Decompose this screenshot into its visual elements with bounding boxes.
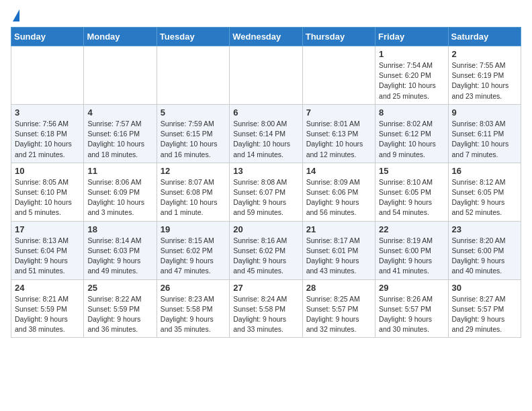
calendar-cell: 29Sunrise: 8:26 AMSunset: 5:57 PMDayligh… <box>375 279 448 338</box>
day-info: Sunrise: 8:03 AMSunset: 6:11 PMDaylight:… <box>452 119 517 160</box>
calendar-cell: 19Sunrise: 8:15 AMSunset: 6:02 PMDayligh… <box>157 221 229 279</box>
day-number: 11 <box>87 166 152 176</box>
logo <box>11 11 19 21</box>
day-number: 16 <box>452 166 517 176</box>
calendar-cell: 11Sunrise: 8:06 AMSunset: 6:09 PMDayligh… <box>84 163 157 221</box>
calendar-cell <box>302 46 375 105</box>
calendar-cell: 22Sunrise: 8:19 AMSunset: 6:00 PMDayligh… <box>375 221 448 279</box>
calendar-cell: 24Sunrise: 8:21 AMSunset: 5:59 PMDayligh… <box>11 279 84 338</box>
day-info: Sunrise: 8:13 AMSunset: 6:04 PMDaylight:… <box>15 236 80 277</box>
day-info: Sunrise: 8:24 AMSunset: 5:58 PMDaylight:… <box>233 294 298 335</box>
day-number: 21 <box>306 224 371 234</box>
calendar-cell: 17Sunrise: 8:13 AMSunset: 6:04 PMDayligh… <box>11 221 84 279</box>
calendar-cell <box>84 46 157 105</box>
calendar-cell: 18Sunrise: 8:14 AMSunset: 6:03 PMDayligh… <box>84 221 157 279</box>
day-info: Sunrise: 8:14 AMSunset: 6:03 PMDaylight:… <box>87 236 152 277</box>
day-number: 1 <box>379 49 444 59</box>
day-number: 25 <box>87 283 152 293</box>
calendar-cell: 4Sunrise: 7:57 AMSunset: 6:16 PMDaylight… <box>84 104 157 163</box>
day-info: Sunrise: 7:57 AMSunset: 6:16 PMDaylight:… <box>87 119 152 160</box>
calendar-cell: 23Sunrise: 8:20 AMSunset: 6:00 PMDayligh… <box>448 221 521 279</box>
day-number: 18 <box>87 224 152 234</box>
day-number: 14 <box>306 166 371 176</box>
day-info: Sunrise: 8:21 AMSunset: 5:59 PMDaylight:… <box>15 294 80 335</box>
calendar-cell: 26Sunrise: 8:23 AMSunset: 5:58 PMDayligh… <box>157 279 229 338</box>
day-info: Sunrise: 8:00 AMSunset: 6:14 PMDaylight:… <box>233 119 298 160</box>
day-number: 5 <box>161 107 226 118</box>
calendar-cell: 7Sunrise: 8:01 AMSunset: 6:13 PMDaylight… <box>302 104 375 163</box>
day-number: 24 <box>15 283 80 293</box>
day-number: 10 <box>15 166 80 176</box>
calendar-cell: 16Sunrise: 8:12 AMSunset: 6:05 PMDayligh… <box>448 163 521 221</box>
day-info: Sunrise: 8:07 AMSunset: 6:08 PMDaylight:… <box>161 177 226 218</box>
calendar-cell <box>11 46 84 105</box>
calendar-cell: 14Sunrise: 8:09 AMSunset: 6:06 PMDayligh… <box>302 163 375 221</box>
day-number: 4 <box>87 107 152 118</box>
day-info: Sunrise: 8:20 AMSunset: 6:00 PMDaylight:… <box>452 236 517 277</box>
day-number: 12 <box>161 166 226 176</box>
day-info: Sunrise: 8:19 AMSunset: 6:00 PMDaylight:… <box>379 236 444 277</box>
day-number: 13 <box>233 166 298 176</box>
day-number: 2 <box>452 49 517 59</box>
day-info: Sunrise: 8:27 AMSunset: 5:57 PMDaylight:… <box>452 294 517 335</box>
day-info: Sunrise: 8:25 AMSunset: 5:57 PMDaylight:… <box>306 294 371 335</box>
day-number: 8 <box>379 107 444 118</box>
day-number: 20 <box>233 224 298 234</box>
day-info: Sunrise: 7:55 AMSunset: 6:19 PMDaylight:… <box>452 60 517 101</box>
day-info: Sunrise: 8:10 AMSunset: 6:05 PMDaylight:… <box>379 177 444 218</box>
calendar-header: SundayMondayTuesdayWednesdayThursdayFrid… <box>11 28 521 46</box>
day-number: 28 <box>306 283 371 293</box>
calendar-week-4: 17Sunrise: 8:13 AMSunset: 6:04 PMDayligh… <box>11 221 521 279</box>
calendar-cell: 28Sunrise: 8:25 AMSunset: 5:57 PMDayligh… <box>302 279 375 338</box>
page-header <box>11 11 521 21</box>
day-info: Sunrise: 8:05 AMSunset: 6:10 PMDaylight:… <box>15 177 80 218</box>
day-number: 19 <box>161 224 226 234</box>
day-info: Sunrise: 8:12 AMSunset: 6:05 PMDaylight:… <box>452 177 517 218</box>
day-info: Sunrise: 8:02 AMSunset: 6:12 PMDaylight:… <box>379 119 444 160</box>
day-info: Sunrise: 8:17 AMSunset: 6:01 PMDaylight:… <box>306 236 371 277</box>
day-info: Sunrise: 8:26 AMSunset: 5:57 PMDaylight:… <box>379 294 444 335</box>
day-number: 23 <box>452 224 517 234</box>
day-info: Sunrise: 8:16 AMSunset: 6:02 PMDaylight:… <box>233 236 298 277</box>
calendar-week-3: 10Sunrise: 8:05 AMSunset: 6:10 PMDayligh… <box>11 163 521 221</box>
calendar-cell: 13Sunrise: 8:08 AMSunset: 6:07 PMDayligh… <box>230 163 302 221</box>
day-info: Sunrise: 8:22 AMSunset: 5:59 PMDaylight:… <box>87 294 152 335</box>
calendar-cell: 8Sunrise: 8:02 AMSunset: 6:12 PMDaylight… <box>375 104 448 163</box>
calendar-cell: 15Sunrise: 8:10 AMSunset: 6:05 PMDayligh… <box>375 163 448 221</box>
day-info: Sunrise: 7:56 AMSunset: 6:18 PMDaylight:… <box>15 119 80 160</box>
day-info: Sunrise: 8:01 AMSunset: 6:13 PMDaylight:… <box>306 119 371 160</box>
day-info: Sunrise: 8:09 AMSunset: 6:06 PMDaylight:… <box>306 177 371 218</box>
day-number: 17 <box>15 224 80 234</box>
calendar-header-tuesday: Tuesday <box>157 28 229 46</box>
calendar-header-friday: Friday <box>375 28 448 46</box>
calendar-cell: 25Sunrise: 8:22 AMSunset: 5:59 PMDayligh… <box>84 279 157 338</box>
calendar-cell: 20Sunrise: 8:16 AMSunset: 6:02 PMDayligh… <box>230 221 302 279</box>
day-number: 7 <box>306 107 371 118</box>
calendar-header-wednesday: Wednesday <box>230 28 302 46</box>
calendar-cell: 9Sunrise: 8:03 AMSunset: 6:11 PMDaylight… <box>448 104 521 163</box>
calendar-header-row: SundayMondayTuesdayWednesdayThursdayFrid… <box>11 28 521 46</box>
calendar-week-2: 3Sunrise: 7:56 AMSunset: 6:18 PMDaylight… <box>11 104 521 163</box>
day-number: 15 <box>379 166 444 176</box>
day-number: 30 <box>452 283 517 293</box>
calendar-cell: 10Sunrise: 8:05 AMSunset: 6:10 PMDayligh… <box>11 163 84 221</box>
day-info: Sunrise: 8:08 AMSunset: 6:07 PMDaylight:… <box>233 177 298 218</box>
calendar-cell: 3Sunrise: 7:56 AMSunset: 6:18 PMDaylight… <box>11 104 84 163</box>
calendar-header-monday: Monday <box>84 28 157 46</box>
calendar-week-5: 24Sunrise: 8:21 AMSunset: 5:59 PMDayligh… <box>11 279 521 338</box>
day-number: 9 <box>452 107 517 118</box>
calendar-cell: 27Sunrise: 8:24 AMSunset: 5:58 PMDayligh… <box>230 279 302 338</box>
calendar-cell: 1Sunrise: 7:54 AMSunset: 6:20 PMDaylight… <box>375 46 448 105</box>
day-info: Sunrise: 8:23 AMSunset: 5:58 PMDaylight:… <box>161 294 226 335</box>
calendar-week-1: 1Sunrise: 7:54 AMSunset: 6:20 PMDaylight… <box>11 46 521 105</box>
day-number: 3 <box>15 107 80 118</box>
calendar-cell: 30Sunrise: 8:27 AMSunset: 5:57 PMDayligh… <box>448 279 521 338</box>
day-number: 26 <box>161 283 226 293</box>
day-number: 22 <box>379 224 444 234</box>
calendar-cell: 21Sunrise: 8:17 AMSunset: 6:01 PMDayligh… <box>302 221 375 279</box>
calendar-cell: 12Sunrise: 8:07 AMSunset: 6:08 PMDayligh… <box>157 163 229 221</box>
calendar-cell: 5Sunrise: 7:59 AMSunset: 6:15 PMDaylight… <box>157 104 229 163</box>
calendar-cell <box>157 46 229 105</box>
day-info: Sunrise: 7:54 AMSunset: 6:20 PMDaylight:… <box>379 60 444 101</box>
day-info: Sunrise: 7:59 AMSunset: 6:15 PMDaylight:… <box>161 119 226 160</box>
